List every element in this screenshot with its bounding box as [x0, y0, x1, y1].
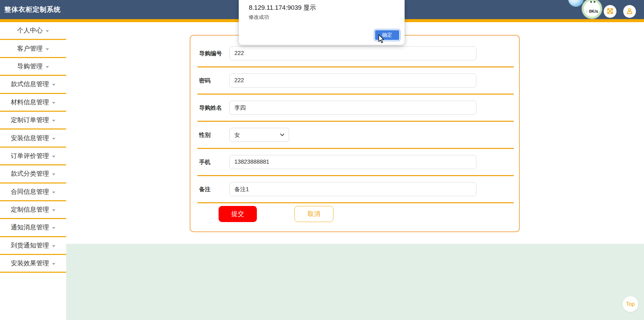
chevron-down-icon	[52, 227, 55, 229]
sidebar-item-label: 材料信息管理	[11, 98, 49, 107]
sidebar-item-personal-center[interactable]: 个人中心	[0, 22, 66, 40]
sidebar-item-label: 定制信息管理	[11, 205, 49, 214]
chevron-down-icon	[52, 192, 55, 194]
back-to-top-button[interactable]: Top	[623, 296, 638, 312]
form-rows: 导购编号密码导购姓名性别女手机备注	[190, 40, 519, 203]
submit-button[interactable]: 提交	[219, 206, 257, 222]
sidebar-item-customer-mgmt[interactable]: 客户管理	[0, 40, 66, 58]
chevron-down-icon	[46, 48, 49, 50]
browser-alert-dialog: 8.129.11.174:9039 显示 修改成功 确定	[239, 0, 405, 45]
guide-edit-form: 导购编号密码导购姓名性别女手机备注 提交 取消	[190, 35, 520, 232]
dialog-title: 8.129.11.174:9039 显示	[249, 3, 316, 12]
remark-label: 备注	[199, 185, 229, 193]
sidebar-item-label: 定制订单管理	[11, 116, 49, 124]
sidebar-item-contract-info-mgmt[interactable]: 合同信息管理	[0, 183, 66, 201]
fullscreen-button[interactable]	[604, 5, 616, 18]
fullscreen-expand-icon	[607, 8, 613, 15]
sidebar-item-label: 安装信息管理	[11, 134, 49, 143]
form-row-gender: 性别女	[190, 122, 519, 148]
user-icon	[626, 7, 633, 16]
sidebar-item-install-effect-mgmt[interactable]: 安装效果管理	[0, 255, 66, 273]
chevron-down-icon	[52, 156, 55, 158]
password-input[interactable]	[229, 73, 476, 88]
chevron-down-icon	[52, 173, 55, 175]
sidebar-item-label: 款式信息管理	[11, 80, 49, 89]
chevron-down-icon	[52, 209, 55, 211]
sidebar-item-custom-order-mgmt[interactable]: 定制订单管理	[0, 112, 66, 129]
form-row-remark: 备注	[190, 176, 519, 202]
dialog-message: 修改成功	[249, 14, 269, 20]
sidebar-item-install-info-mgmt[interactable]: 安装信息管理	[0, 129, 66, 147]
chevron-down-icon	[52, 120, 55, 122]
remark-input[interactable]	[229, 182, 476, 196]
sidebar-item-label: 订单评价管理	[11, 152, 49, 160]
sidebar-item-label: 个人中心	[17, 26, 43, 35]
sidebar-item-label: 合同信息管理	[11, 188, 49, 196]
sidebar-item-customization-info-mgmt[interactable]: 定制信息管理	[0, 201, 66, 219]
user-profile-button[interactable]	[623, 5, 636, 18]
sidebar-item-label: 安装效果管理	[11, 259, 49, 268]
sidebar-item-arrival-notice-mgmt[interactable]: 到货通知管理	[0, 237, 66, 255]
chevron-down-icon	[52, 263, 55, 265]
sidebar-item-guide-mgmt[interactable]: 导购管理	[0, 58, 66, 76]
gender-label: 性别	[199, 131, 229, 139]
guide-name-input[interactable]	[229, 101, 476, 115]
sidebar-item-label: 到货通知管理	[11, 241, 49, 250]
phone-input[interactable]	[229, 155, 476, 169]
sidebar-item-label: 客户管理	[17, 44, 43, 53]
sidebar-item-style-info-mgmt[interactable]: 款式信息管理	[0, 76, 66, 94]
app-title: 整体衣柜定制系统	[4, 0, 61, 19]
chevron-down-icon	[52, 84, 55, 86]
gender-select-wrap: 女	[229, 128, 289, 142]
footer-background-panel	[66, 244, 644, 320]
gender-select[interactable]: 女	[229, 128, 289, 142]
chevron-down-icon	[52, 102, 55, 104]
guide-name-label: 导购姓名	[199, 104, 229, 112]
form-row-phone: 手机	[190, 149, 519, 175]
sidebar-item-style-category-mgmt[interactable]: 款式分类管理	[0, 165, 66, 183]
dialog-ok-button[interactable]: 确定	[374, 30, 400, 41]
password-label: 密码	[199, 77, 229, 85]
chevron-down-icon	[46, 66, 49, 68]
row-separator	[197, 202, 514, 203]
guide-no-label: 导购编号	[199, 50, 229, 57]
sidebar-item-order-review-mgmt[interactable]: 订单评价管理	[0, 148, 66, 165]
sidebar-item-label: 通知消息管理	[11, 223, 49, 232]
chevron-down-icon	[46, 30, 49, 32]
form-actions: 提交 取消	[190, 206, 519, 222]
chevron-down-icon	[52, 138, 55, 140]
sidebar: 个人中心客户管理导购管理款式信息管理材料信息管理定制订单管理安装信息管理订单评价…	[0, 22, 66, 320]
form-row-password: 密码	[190, 67, 519, 94]
form-row-guide-name: 导购姓名	[190, 95, 519, 121]
cancel-button[interactable]: 取消	[294, 206, 333, 222]
guide-no-input[interactable]	[229, 46, 476, 60]
sidebar-item-label: 款式分类管理	[11, 169, 49, 178]
phone-label: 手机	[199, 158, 229, 166]
sidebar-item-label: 导购管理	[17, 62, 43, 71]
sidebar-item-notice-message-mgmt[interactable]: 通知消息管理	[0, 219, 66, 237]
chevron-down-icon	[52, 245, 55, 247]
sidebar-item-material-info-mgmt[interactable]: 材料信息管理	[0, 94, 66, 112]
